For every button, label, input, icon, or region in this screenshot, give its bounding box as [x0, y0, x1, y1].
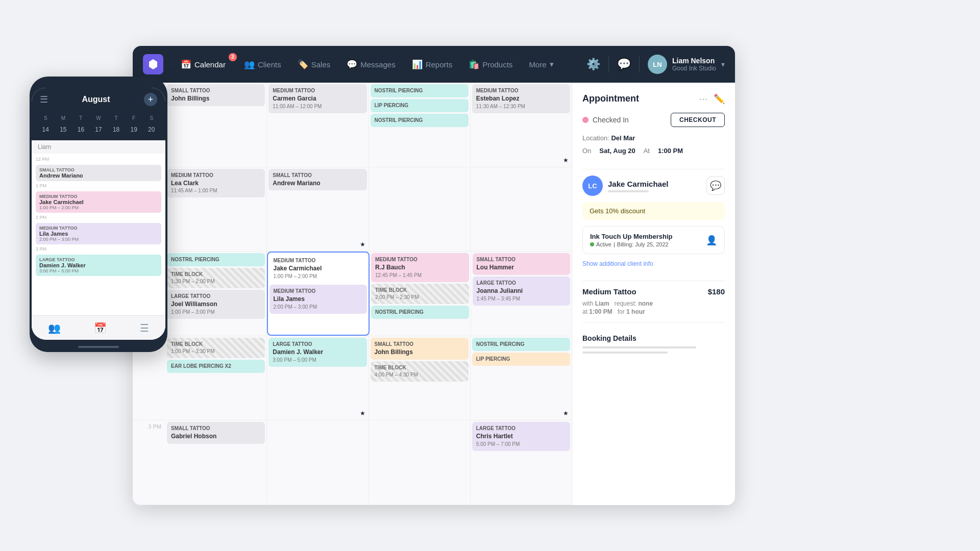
calendar-icon: 📅	[181, 59, 191, 70]
app-logo[interactable]	[143, 54, 163, 74]
message-client-button[interactable]: 💬	[706, 177, 725, 195]
phone-mockup: ☰ August + S M T W T F S 14 15 16	[30, 77, 167, 352]
appt-gabriel-hobson[interactable]: SMALL TATTOO Gabriel Hobson	[167, 422, 265, 444]
edit-icon[interactable]: ✏️	[714, 93, 725, 105]
appt-nostril-2[interactable]: NOSTRIL PIERCING	[371, 114, 469, 127]
slot-col-3-2pm: SMALL TATTOO John Billings Time Block 4:…	[369, 336, 471, 420]
phone-days-of-week: S M T W T F S	[37, 114, 160, 122]
calendar-nav-item[interactable]: 📅 Calendar 3	[174, 56, 233, 73]
more-options-icon[interactable]: ···	[699, 93, 707, 105]
products-icon: 🛍️	[469, 59, 479, 70]
booking-details-title: Booking Details	[582, 334, 725, 342]
service-price: $180	[708, 287, 725, 296]
slot-col-4: MEDIUM TATTOO Esteban Lopez 11:30 AM – 1…	[471, 83, 572, 167]
phone-appointments: 12 PM SMALL TATTOO Andrew Mariano 1 PM M…	[32, 154, 165, 315]
appt-timeblock-2[interactable]: Time Block 2:00 PM – 2:30 PM	[371, 284, 469, 304]
phone-calendar-icon[interactable]: 📅	[94, 322, 107, 334]
reports-icon: 📊	[412, 59, 423, 70]
checkout-button[interactable]: CHECKOUT	[671, 113, 725, 127]
clients-icon: 👥	[244, 59, 255, 70]
slot-col-3-12	[369, 167, 471, 252]
app-wrapper: ☰ August + S M T W T F S 14 15 16	[0, 0, 980, 551]
date-value: Sat, Aug 20	[599, 147, 635, 155]
phone-home-bar	[30, 342, 167, 352]
time-row-12pm: 12 PM MEDIUM TATTOO Lea Clark 11:45 AM –…	[133, 167, 572, 252]
tag-icon: 🏷️	[298, 59, 308, 70]
phone-staff-label: Liam	[32, 140, 165, 154]
slot-col-1-1pm: NOSTRIL PIERCING Time Block 1:30 PM – 2:…	[165, 252, 267, 336]
appt-timeblock-3[interactable]: Time Block 1:00 PM – 3:30 PM	[167, 338, 265, 358]
appt-chris-hartlet[interactable]: LARGE TATTOO Chris Hartlet 5:00 PM – 7:0…	[472, 422, 570, 451]
appt-john-billings-2[interactable]: SMALL TATTOO John Billings	[371, 338, 469, 360]
phone-appt-1[interactable]: SMALL TATTOO Andrew Mariano	[36, 165, 161, 181]
slot-col-4-1pm: SMALL TATTOO Lou Hammer LARGE TATTOO Joa…	[471, 252, 572, 336]
time-row-11am: 11 AM SMALL TATTOO John Billings	[133, 83, 572, 167]
messages-nav-item[interactable]: 💬 Messages	[339, 56, 402, 73]
phone-date-row: 14 15 16 17 18 19 20	[37, 124, 160, 135]
appt-jake-carmichael[interactable]: MEDIUM TATTOO Jake Carmichael 1:00 PM – …	[270, 254, 368, 283]
phone-appt-2[interactable]: MEDIUM TATTOO Jake Carmichael 1:00 PM – …	[36, 191, 161, 213]
phone-appt-4[interactable]: LARGE TATTOO Damien J. Walker 3:00 PM – …	[36, 255, 161, 276]
user-menu[interactable]: LN Liam Nelson Good Ink Studio ▾	[648, 55, 725, 74]
phone-add-button[interactable]: +	[144, 93, 157, 106]
sales-nav-item[interactable]: 🏷️ Sales	[290, 56, 338, 73]
appt-lila-james[interactable]: MEDIUM TATTOO Lila James 2:00 PM – 3:00 …	[270, 285, 368, 314]
phone-people-icon[interactable]: 👥	[48, 322, 61, 334]
appt-lea-clark[interactable]: MEDIUM TATTOO Lea Clark 11:45 AM – 1:00 …	[167, 169, 265, 198]
phone-menu-icon[interactable]: ☰	[40, 94, 48, 105]
appt-rj-bauch[interactable]: MEDIUM TATTOO R.J Bauch 12:45 PM – 1:45 …	[371, 253, 469, 282]
checkin-label: Checked In	[593, 116, 629, 124]
appt-timeblock-4[interactable]: Time Block 4:00 PM – 4:30 PM	[371, 361, 469, 382]
slot-col-1-2pm: Time Block 1:00 PM – 3:30 PM EAR LOBE PI…	[165, 336, 267, 420]
service-row: Medium Tattoo $180	[582, 287, 725, 296]
slot-col-2-1pm: MEDIUM TATTOO Jake Carmichael 1:00 PM – …	[267, 252, 370, 336]
more-nav-item[interactable]: More ▾	[522, 57, 560, 72]
datetime-row: On Sat, Aug 20 At 1:00 PM	[582, 147, 725, 155]
phone-menu-icon[interactable]: ☰	[140, 322, 149, 334]
phone-bottom-bar: 👥 📅 ☰	[32, 315, 165, 340]
appt-andrew-mariano[interactable]: SMALL TATTOO Andrew Mariano	[268, 169, 366, 191]
appt-nostril-4[interactable]: NOSTRIL PIERCING	[371, 306, 469, 319]
membership-box: Ink Touch Up Membership Active | Billing…	[582, 226, 725, 254]
reports-nav-item[interactable]: 📊 Reports	[405, 56, 460, 73]
appt-lou-hammer[interactable]: SMALL TATTOO Lou Hammer	[473, 253, 571, 275]
client-avatar: LC	[582, 176, 603, 196]
slot-col-2-2pm: LARGE TATTOO Damien J. Walker 3:00 PM – …	[267, 336, 369, 420]
appt-damien-walker[interactable]: LARGE TATTOO Damien J. Walker 3:00 PM – …	[268, 338, 366, 367]
appt-joanna-julianni[interactable]: LARGE TATTOO Joanna Julianni 1:45 PM – 3…	[473, 277, 571, 306]
slot-col-3-1pm: MEDIUM TATTOO R.J Bauch 12:45 PM – 1:45 …	[370, 252, 471, 336]
phone-appt-3[interactable]: MEDIUM TATTOO Lila James 2:00 PM – 3:00 …	[36, 223, 161, 244]
phone-screen: ☰ August + S M T W T F S 14 15 16	[32, 88, 165, 340]
panel-title: Appointment	[582, 93, 639, 104]
clients-nav-item[interactable]: 👥 Clients	[237, 56, 288, 73]
appt-lip[interactable]: LIP PIERCING	[371, 99, 469, 112]
products-nav-item[interactable]: 🛍️ Products	[461, 56, 520, 73]
slot-col-4-12	[471, 167, 572, 252]
appt-timeblock-1[interactable]: Time Block 1:30 PM – 2:00 PM	[167, 268, 265, 288]
slot-col-3-3pm	[369, 420, 471, 505]
time-row-2pm: 2 PM Time Block 1:00 PM – 3:30 PM EAR LO…	[133, 336, 572, 421]
appt-nostril-5[interactable]: NOSTRIL PIERCING	[472, 338, 570, 351]
appt-esteban-lopez[interactable]: MEDIUM TATTOO Esteban Lopez 11:30 AM – 1…	[472, 84, 570, 113]
membership-icon[interactable]: 👤	[706, 235, 717, 246]
appt-williamson[interactable]: LARGE TATTOO Joel Williamson 1:00 PM – 3…	[167, 290, 265, 319]
main-app: 📅 Calendar 3 👥 Clients 🏷️ Sales 💬 Messag…	[133, 46, 735, 505]
appt-carmen-garcia[interactable]: MEDIUM TATTOO Carmen Garcia 11:00 AM – 1…	[268, 84, 366, 113]
user-chevron-icon: ▾	[721, 60, 725, 68]
chat-icon[interactable]: 💬	[617, 58, 631, 71]
status-dot	[582, 117, 589, 123]
appt-ear-lobe[interactable]: EAR LOBE PIERCING X2	[167, 360, 265, 373]
appt-lip-2[interactable]: LIP PIERCING	[472, 353, 570, 366]
show-more-link[interactable]: Show additional client info	[582, 260, 725, 267]
settings-icon[interactable]: ⚙️	[586, 58, 600, 71]
slot-col-2: MEDIUM TATTOO Carmen Garcia 11:00 AM – 1…	[267, 83, 369, 167]
service-detail-with: with Liam request: none	[582, 300, 725, 307]
star-mark-3: ★	[360, 410, 365, 417]
chevron-down-icon: ▾	[550, 60, 554, 69]
time-row-1pm: 1 PM NOSTRIL PIERCING Time Block 1:30 PM…	[133, 252, 572, 336]
appt-john-billings[interactable]: SMALL TATTOO John Billings	[167, 84, 265, 106]
client-name: Jake Carmichael	[608, 180, 668, 188]
appt-nostril-1[interactable]: NOSTRIL PIERCING	[371, 84, 469, 97]
appt-nostril-3[interactable]: NOSTRIL PIERCING	[167, 253, 265, 266]
time-row-3pm: 3 PM SMALL TATTOO Gabriel Hobson	[133, 420, 572, 505]
